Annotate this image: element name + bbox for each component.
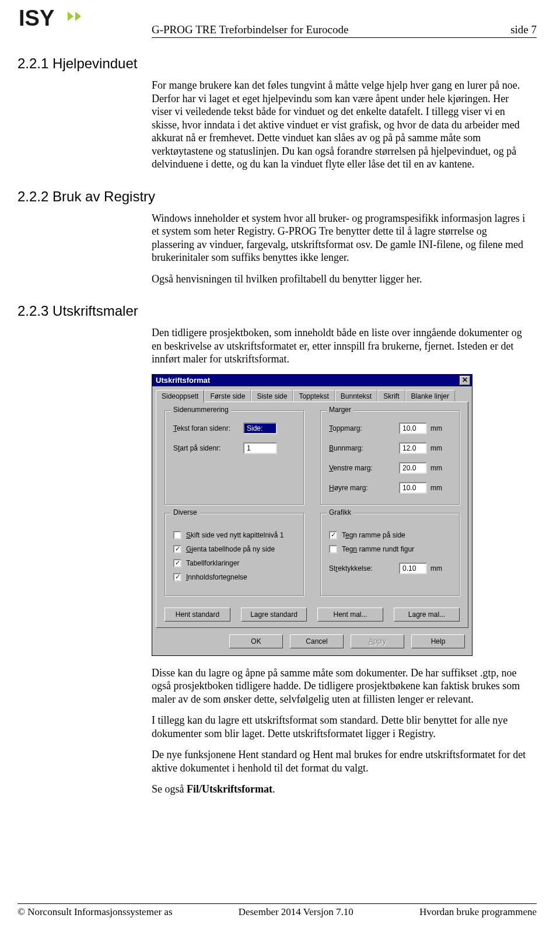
tab-siste-side[interactable]: Siste side bbox=[251, 390, 293, 402]
section-heading-221: 2.2.1 Hjelpevinduet bbox=[18, 55, 537, 72]
page-header: G-PROG TRE Treforbindelser for Eurocode … bbox=[152, 0, 537, 38]
label-start-sidenr: Start på sidenr: bbox=[173, 444, 243, 452]
utskriftsformat-dialog: Utskriftsformat ✕ Sideoppsett Første sid… bbox=[152, 374, 473, 656]
section-heading-222: 2.2.2 Bruk av Registry bbox=[18, 189, 537, 205]
section-body-221: For mange brukere kan det føles tungvint… bbox=[152, 79, 531, 171]
page-footer: © Norconsult Informasjonssystemer as Des… bbox=[18, 903, 537, 918]
checkbox-gjenta-tabellhode[interactable]: ✓ bbox=[173, 545, 181, 553]
ok-button[interactable]: OK bbox=[229, 634, 283, 648]
logo: ISY bbox=[19, 6, 83, 33]
checkbox-skift-side[interactable] bbox=[173, 531, 181, 539]
label-tabellforklaringer: Tabellforklaringer bbox=[186, 559, 239, 567]
tab-sideoppsett[interactable]: Sideoppsett bbox=[156, 390, 204, 402]
group-sidenummerering: Sidenummerering Tekst foran sidenr: Star… bbox=[164, 410, 304, 505]
close-icon[interactable]: ✕ bbox=[460, 376, 470, 385]
input-tekst-foran[interactable] bbox=[243, 423, 277, 434]
apply-button[interactable]: Apply bbox=[351, 634, 404, 648]
help-button[interactable]: Help bbox=[411, 634, 465, 648]
input-strektykkelse[interactable] bbox=[399, 563, 427, 574]
label-innholdsfortegnelse: Innholdsfortegnelse bbox=[186, 573, 247, 581]
tab-panel: Sidenummerering Tekst foran sidenr: Star… bbox=[156, 402, 468, 628]
input-venstre-marg[interactable] bbox=[399, 462, 427, 474]
footer-right: Hvordan bruke programmene bbox=[419, 906, 537, 918]
cancel-button[interactable]: Cancel bbox=[290, 634, 344, 648]
label-gjenta-tabellhode: Gjenta tabellhode på ny side bbox=[186, 545, 275, 553]
input-start-sidenr[interactable] bbox=[243, 442, 277, 454]
section-body-223-intro: Den tidligere prosjektboken, som innehol… bbox=[152, 326, 531, 366]
section-heading-223: 2.2.3 Utskriftsmaler bbox=[18, 303, 537, 319]
label-ramme-side: Tegn ramme på side bbox=[342, 531, 405, 539]
header-page: side 7 bbox=[510, 23, 537, 36]
hent-mal-button[interactable]: Hent mal... bbox=[317, 608, 383, 622]
hent-standard-button[interactable]: Hent standard bbox=[164, 608, 230, 622]
dialog-titlebar: Utskriftsformat ✕ bbox=[152, 375, 472, 386]
footer-left: © Norconsult Informasjonssystemer as bbox=[18, 906, 173, 918]
label-tekst-foran: Tekst foran sidenr: bbox=[173, 424, 243, 432]
footer-center: Desember 2014 Versjon 7.10 bbox=[239, 906, 354, 918]
lagre-standard-button[interactable]: Lagre standard bbox=[241, 608, 307, 622]
tab-forste-side[interactable]: Første side bbox=[204, 390, 251, 402]
label-strektykkelse: Strektykkelse: bbox=[329, 564, 399, 573]
label-venstre-marg: Venstre marg: bbox=[329, 464, 399, 472]
group-marger: Marger Toppmarg: mm Bunnmarg: mm Venstre… bbox=[320, 410, 460, 505]
label-toppmarg: Toppmarg: bbox=[329, 424, 399, 432]
section-body-223-rest: Disse kan du lagre og åpne på samme måte… bbox=[152, 666, 531, 796]
input-toppmarg[interactable] bbox=[399, 423, 427, 434]
checkbox-innholdsfortegnelse[interactable]: ✓ bbox=[173, 573, 181, 581]
tab-blanke-linjer[interactable]: Blanke linjer bbox=[405, 390, 455, 402]
group-diverse: Diverse Skift side ved nytt kapittelnivå… bbox=[164, 513, 304, 596]
checkbox-ramme-figur[interactable] bbox=[329, 545, 337, 553]
group-grafikk: Grafikk ✓ Tegn ramme på side Tegn ramme … bbox=[320, 513, 460, 596]
lagre-mal-button[interactable]: Lagre mal... bbox=[394, 608, 460, 622]
input-bunnmarg[interactable] bbox=[399, 442, 427, 454]
dialog-title: Utskriftsformat bbox=[156, 376, 210, 385]
tab-bunntekst[interactable]: Bunntekst bbox=[335, 390, 377, 402]
header-title: G-PROG TRE Treforbindelser for Eurocode bbox=[152, 23, 348, 36]
tab-topptekst[interactable]: Topptekst bbox=[293, 390, 334, 402]
label-hoyre-marg: Høyre marg: bbox=[329, 484, 399, 492]
see-also: Se også Fil/Utskriftsformat. bbox=[152, 783, 531, 796]
checkbox-tabellforklaringer[interactable]: ✓ bbox=[173, 559, 181, 567]
dialog-tabs: Sideoppsett Første side Siste side Toppt… bbox=[152, 386, 472, 402]
label-skift-side: Skift side ved nytt kapittelnivå 1 bbox=[186, 531, 284, 539]
svg-text:ISY: ISY bbox=[19, 6, 54, 30]
tab-skrift[interactable]: Skrift bbox=[377, 390, 405, 402]
label-ramme-figur: Tegn ramme rundt figur bbox=[342, 545, 414, 553]
checkbox-ramme-side[interactable]: ✓ bbox=[329, 531, 337, 539]
input-hoyre-marg[interactable] bbox=[399, 482, 427, 494]
section-body-222: Windows inneholder et system hvor all br… bbox=[152, 212, 531, 286]
label-bunnmarg: Bunnmarg: bbox=[329, 444, 399, 452]
